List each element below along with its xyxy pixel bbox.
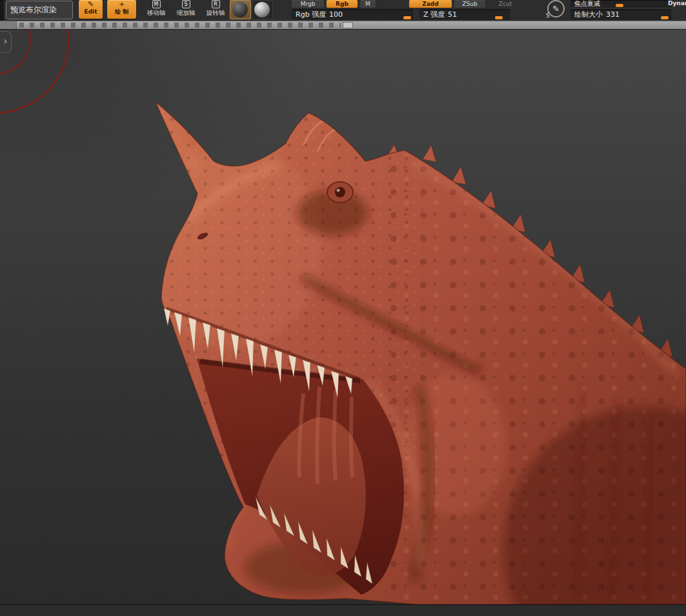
draw-size-handle[interactable]	[661, 16, 669, 19]
scale-gizmo-button[interactable]: S 缩放轴	[173, 0, 199, 19]
focal-shift-slider[interactable]: 焦点衰减	[570, 0, 671, 8]
stroke-pen-button[interactable]: ✎ S	[545, 0, 567, 18]
edit-mode-button[interactable]: ✎ Edit	[79, 0, 103, 19]
eye	[327, 182, 353, 203]
shelf-scrollbar-cap	[0, 21, 17, 29]
z-intensity-slider[interactable]: Z 强度51	[419, 9, 510, 20]
current-material-thumbnail[interactable]	[252, 0, 273, 19]
focal-shift-handle[interactable]	[616, 4, 623, 7]
shelf-scrollbar-dots	[19, 23, 341, 28]
preview-boolean-render-button[interactable]: 预览布尔渲染	[6, 1, 73, 19]
current-brush-thumbnail[interactable]	[230, 0, 251, 19]
top-shelf: 预览布尔渲染 ✎ Edit + 绘 制 M 移动轴 S 缩放轴 R 旋转轴 Mr…	[0, 0, 686, 21]
draw-size-slider[interactable]: 绘制大小331	[570, 9, 671, 20]
shelf-scrollbar[interactable]	[0, 21, 686, 30]
z-intensity-handle[interactable]	[495, 16, 503, 19]
rotate-gizmo-button[interactable]: R 旋转轴	[203, 0, 228, 19]
left-tray-toggle[interactable]: ›	[0, 31, 12, 53]
sculpt-model-carnotaurus	[0, 30, 686, 604]
scale-gizmo-icon: S	[182, 0, 190, 8]
bottom-bar	[0, 604, 686, 616]
rgb-intensity-handle[interactable]	[403, 16, 411, 19]
dynamic-button[interactable]: Dynam	[668, 0, 686, 6]
m-button[interactable]: M	[360, 0, 376, 8]
zcut-button[interactable]: Zcut	[493, 0, 518, 8]
shelf-left-edge	[0, 0, 4, 21]
rgb-intensity-slider[interactable]: Rgb 强度100	[292, 9, 413, 20]
brush-sphere-icon	[232, 2, 248, 17]
shelf-scrollbar-handle[interactable]	[343, 22, 353, 28]
draw-mode-button[interactable]: + 绘 制	[107, 0, 136, 19]
document-canvas[interactable]: ›	[0, 30, 686, 604]
rotate-gizmo-icon: R	[212, 0, 220, 8]
zadd-button[interactable]: Zadd	[409, 0, 452, 8]
material-sphere-icon	[254, 2, 270, 17]
edit-pencil-icon: ✎	[79, 0, 103, 8]
rgb-button[interactable]: Rgb	[327, 0, 358, 8]
mrgb-button[interactable]: Mrgb	[292, 0, 324, 8]
zsub-button[interactable]: ZSub	[454, 0, 485, 8]
stroke-pen-icon: ✎	[547, 0, 565, 17]
draw-crosshair-icon: +	[107, 0, 136, 8]
zbrush-window: 预览布尔渲染 ✎ Edit + 绘 制 M 移动轴 S 缩放轴 R 旋转轴 Mr…	[0, 0, 686, 616]
move-gizmo-icon: M	[152, 0, 161, 8]
move-gizmo-button[interactable]: M 移动轴	[143, 0, 169, 19]
